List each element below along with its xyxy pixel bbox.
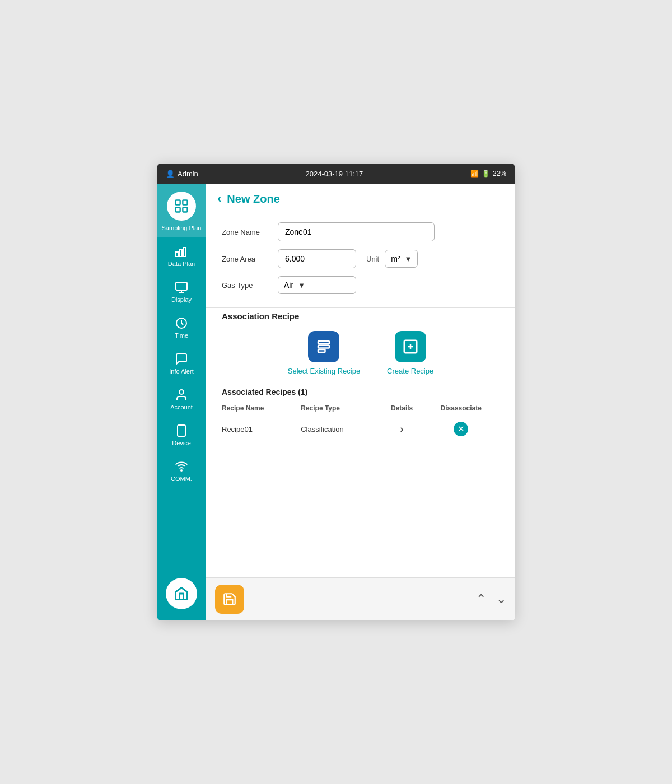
svg-rect-17 (318, 349, 325, 352)
zone-area-label: Zone Area (222, 255, 272, 263)
data-plan-icon (175, 245, 188, 258)
svg-rect-1 (183, 200, 187, 205)
sidebar-label-data-plan: Data Plan (168, 260, 195, 267)
datetime: 2024-03-19 11:17 (306, 170, 363, 178)
account-icon (175, 388, 188, 402)
nav-up-button[interactable]: ⌃ (476, 592, 486, 606)
zone-name-row: Zone Name (222, 222, 500, 241)
recipe-actions: Select Existing Recipe Create Recipe (206, 326, 515, 385)
sidebar-label-info-alert: Info Alert (169, 368, 193, 375)
display-icon (175, 281, 188, 294)
device-icon (175, 424, 188, 437)
content-area: ‹ New Zone Zone Name Zone Area Unit m² (206, 184, 515, 620)
recipe-name-cell: Recipe01 (222, 416, 301, 442)
zone-name-label: Zone Name (222, 228, 272, 236)
gas-type-value: Air (284, 281, 293, 290)
col-recipe-type: Recipe Type (301, 401, 381, 416)
sampling-plan-icon (174, 198, 189, 214)
recipe-table: Recipe Name Recipe Type Details Disassoc… (222, 401, 500, 442)
nav-down-button[interactable]: ⌄ (496, 592, 506, 606)
select-recipe-icon (308, 331, 339, 362)
zone-area-input[interactable] (278, 249, 356, 268)
device-frame: 👤 Admin 2024-03-19 11:17 📶 🔋 22% Samplin… (157, 164, 515, 620)
sidebar-item-time[interactable]: Time (157, 309, 206, 344)
svg-rect-7 (176, 282, 187, 290)
create-recipe-label: Create Recipe (387, 367, 433, 375)
unit-chevron-icon: ▼ (404, 255, 412, 263)
sidebar-item-sampling-plan[interactable]: Sampling Plan (157, 184, 206, 237)
sidebar-item-comm[interactable]: COMM. (157, 452, 206, 488)
select-recipe-label: Select Existing Recipe (288, 367, 360, 375)
recipe-type-cell: Classification (301, 416, 381, 442)
gas-type-label: Gas Type (222, 281, 272, 290)
wifi-icon: 📶 (470, 170, 479, 178)
svg-rect-0 (176, 200, 180, 205)
user-icon: 👤 (166, 170, 175, 178)
sidebar-label-sampling-plan: Sampling Plan (162, 225, 202, 231)
select-recipe-svg (315, 338, 332, 355)
save-icon (222, 592, 237, 606)
svg-point-11 (179, 390, 184, 394)
form-section: Zone Name Zone Area Unit m² ▼ Gas Type (206, 212, 515, 307)
svg-rect-5 (180, 250, 182, 256)
gas-type-select[interactable]: Air ▼ (278, 276, 356, 294)
bottom-nav-buttons: ⌃ ⌄ (476, 592, 506, 606)
create-recipe-action[interactable]: Create Recipe (387, 331, 433, 375)
user-info: 👤 Admin (166, 170, 198, 178)
col-disassociate: Disassociate (422, 401, 500, 416)
sidebar-label-time: Time (175, 332, 188, 339)
unit-label: Unit (366, 255, 379, 263)
main-layout: Sampling Plan Data Plan Display (157, 184, 515, 620)
svg-rect-2 (176, 207, 180, 212)
sidebar-label-device: Device (172, 440, 191, 446)
sidebar: Sampling Plan Data Plan Display (157, 184, 206, 620)
sidebar-label-display: Display (171, 296, 192, 303)
comm-icon (175, 460, 188, 473)
sidebar-item-display[interactable]: Display (157, 273, 206, 309)
save-button[interactable] (215, 585, 244, 614)
select-existing-recipe-action[interactable]: Select Existing Recipe (288, 331, 360, 375)
sidebar-label-account: Account (170, 404, 193, 410)
battery-icon: 🔋 (482, 170, 490, 178)
recipe-table-header: Recipe Name Recipe Type Details Disassoc… (222, 401, 500, 416)
page-header: ‹ New Zone (206, 184, 515, 212)
create-recipe-svg (402, 338, 419, 355)
status-icons: 📶 🔋 22% (470, 170, 506, 178)
table-row: Recipe01 Classification › ✕ (222, 416, 500, 442)
sidebar-item-info-alert[interactable]: Info Alert (157, 344, 206, 380)
bottom-divider (469, 588, 469, 610)
associated-recipes-title: Associated Recipes (1) (206, 385, 515, 401)
info-alert-icon (175, 352, 188, 366)
svg-rect-3 (183, 207, 187, 212)
time-icon (175, 316, 188, 330)
disassociate-button[interactable]: ✕ (454, 422, 468, 436)
sidebar-item-account[interactable]: Account (157, 380, 206, 416)
gas-type-chevron-icon: ▼ (298, 281, 305, 290)
home-icon (174, 586, 189, 601)
zone-area-row: Zone Area Unit m² ▼ (222, 249, 500, 268)
col-details: Details (381, 401, 423, 416)
sidebar-item-device[interactable]: Device (157, 416, 206, 452)
zone-name-input[interactable] (278, 222, 435, 241)
sampling-plan-icon-circle (167, 192, 196, 221)
recipe-disassociate-cell[interactable]: ✕ (422, 416, 500, 442)
association-recipe-title: Association Recipe (206, 308, 515, 326)
status-bar: 👤 Admin 2024-03-19 11:17 📶 🔋 22% (157, 164, 515, 184)
unit-select[interactable]: m² ▼ (385, 250, 418, 268)
sidebar-item-data-plan[interactable]: Data Plan (157, 237, 206, 273)
create-recipe-icon (395, 331, 426, 362)
recipe-details-cell[interactable]: › (381, 416, 423, 442)
bottom-bar: ⌃ ⌄ (206, 577, 515, 620)
battery-percent: 22% (493, 170, 506, 178)
svg-rect-4 (176, 252, 178, 256)
unit-value: m² (391, 254, 400, 263)
content-spacer (206, 442, 515, 577)
svg-rect-15 (318, 341, 329, 344)
gas-type-row: Gas Type Air ▼ (222, 276, 500, 294)
sidebar-label-comm: COMM. (171, 475, 192, 482)
col-recipe-name: Recipe Name (222, 401, 301, 416)
home-button[interactable] (166, 578, 197, 609)
svg-rect-16 (318, 346, 329, 348)
svg-rect-6 (184, 248, 186, 256)
back-button[interactable]: ‹ (217, 192, 221, 206)
